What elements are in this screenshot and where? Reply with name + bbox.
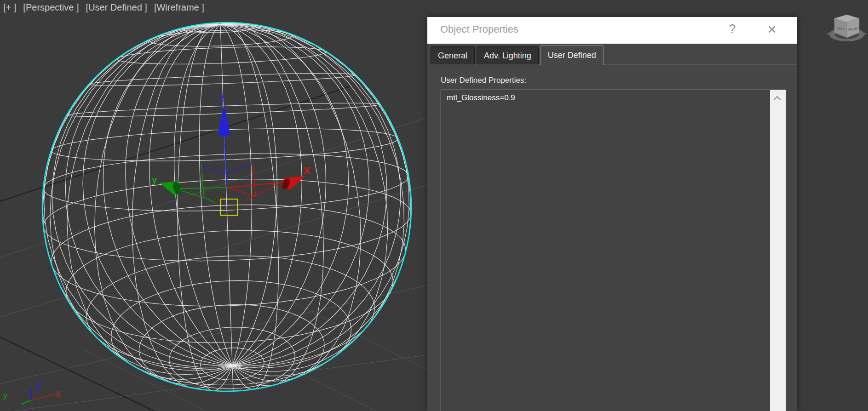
properties-text: mtl_Glossiness=0.9 — [441, 90, 770, 411]
user-defined-properties-label: User Defined Properties: — [441, 76, 526, 85]
gizmo-y-label: y — [152, 174, 157, 185]
world-axis-z-label: Z — [36, 382, 41, 391]
world-axis-x-label: X — [55, 390, 61, 399]
viewport-label: [+ ] [Perspective ] [User Defined ] [Wir… — [3, 2, 204, 13]
dialog-tabs: General Adv. Lighting User Defined — [431, 45, 797, 64]
viewport-menu-shading[interactable]: [Wireframe ] — [154, 2, 204, 13]
gizmo-z-label: Z — [220, 92, 226, 103]
tab-user-defined[interactable]: User Defined — [540, 45, 604, 65]
world-axis-y-label: y — [3, 391, 7, 400]
gizmo-xy-plane-handle[interactable] — [221, 199, 238, 215]
viewcube[interactable]: LEFT FRONT — [826, 9, 868, 48]
wireframe-sphere[interactable] — [36, 16, 417, 397]
tab-general[interactable]: General — [431, 46, 475, 64]
viewport-menu-general[interactable]: [+ ] — [3, 2, 16, 13]
home-grid — [0, 86, 428, 411]
scrollbar-up-icon[interactable] — [774, 96, 780, 101]
help-button[interactable]: ? — [725, 22, 739, 39]
dialog-title: Object Properties — [440, 23, 518, 35]
viewport-menu-pov[interactable]: [Perspective ] — [23, 2, 79, 13]
gizmo-z-arrow-icon[interactable] — [218, 103, 230, 136]
user-defined-properties-textarea[interactable]: mtl_Glossiness=0.9 — [441, 90, 786, 411]
gizmo-x-label: X — [304, 165, 310, 176]
textarea-scrollbar[interactable] — [770, 90, 786, 411]
object-properties-dialog: Object Properties ? ✕ General Adv. Light… — [427, 17, 797, 411]
viewport-menu-user-defined[interactable]: [User Defined ] — [86, 2, 147, 13]
application-window: Z y X Z y X [+ ] [Perspective ] [Use — [0, 0, 868, 411]
close-button[interactable]: ✕ — [764, 23, 780, 39]
dialog-titlebar[interactable]: Object Properties ? ✕ — [427, 17, 797, 44]
world-axis-indicator: Z y X — [3, 382, 61, 404]
tab-adv-lighting[interactable]: Adv. Lighting — [477, 46, 539, 64]
